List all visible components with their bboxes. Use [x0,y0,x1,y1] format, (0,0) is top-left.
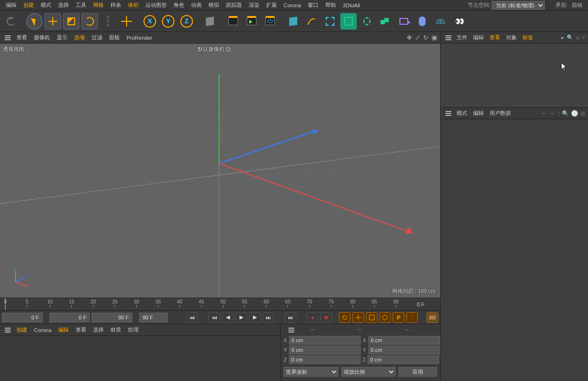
subdivision-button[interactable] [340,13,357,30]
grid-button[interactable] [432,13,449,30]
viewport-menu-item[interactable]: 显示 [54,32,70,43]
timeline-ruler[interactable]: 051015202530354045505560657075808590 [0,298,401,310]
menu-item[interactable]: 渲染 [246,0,262,10]
psr-button[interactable]: PSR [100,13,116,30]
layout-value[interactable]: 启动 [569,0,585,10]
target-icon[interactable]: ◎ [580,110,585,117]
scale-mode-select[interactable]: 缩放比例 [341,367,396,377]
viewport-menu-item[interactable]: 面板 [106,32,123,43]
viewport-menu-item[interactable]: 选项 [71,32,88,43]
materials-tab[interactable]: 创建 [14,325,30,335]
play-button[interactable]: ▶ [236,312,247,323]
axis-x-toggle[interactable]: X [142,13,158,30]
materials-tab[interactable]: 材质 [108,325,124,335]
viewport-orbit-icon[interactable]: ↻ [423,34,429,41]
materials-hamburger-icon[interactable] [3,326,13,334]
materials-body[interactable] [0,336,280,381]
size-z-input[interactable] [367,355,439,364]
object-menu-item[interactable]: 编辑 [471,32,486,43]
crosshair-tool[interactable] [118,13,135,30]
capsule-button[interactable] [414,13,430,30]
keyframe-move-button[interactable] [352,312,364,323]
render-options-button[interactable] [262,13,278,30]
prev-key-button[interactable]: ⏮ [208,312,220,323]
instance-button[interactable] [377,13,394,30]
frame-end-field[interactable]: 90 F [139,313,168,322]
menu-item[interactable]: 模式 [38,0,54,10]
menu-item[interactable]: 运动图形 [143,0,170,10]
array-button[interactable] [359,13,375,30]
attr-menu-item[interactable]: 编辑 [471,108,486,118]
lock-icon[interactable]: ⚪ [571,110,578,117]
autokey-button[interactable]: ◉ [320,312,332,323]
keyframe-dots-button[interactable]: ⋮⋮⋮ [406,312,418,323]
scale-tool[interactable] [63,13,79,30]
viewport-menu-item[interactable]: 查看 [14,32,30,43]
attribute-panel[interactable] [441,119,588,381]
viewport-layout-icon[interactable]: ▣ [431,34,437,41]
pos-x-input[interactable] [289,336,361,345]
next-frame-button[interactable]: ▶ [249,312,261,323]
object-menu-item[interactable]: 查看 [487,32,503,43]
frame-start-field[interactable]: 0 F [2,313,43,322]
wireframe-button[interactable] [322,13,338,30]
object-tree[interactable] [441,44,588,108]
viewport-menu-item[interactable]: ProRender [124,33,155,42]
chevron-right-icon[interactable]: ▸ [561,34,564,41]
menu-item[interactable]: 工具 [73,0,89,10]
viewport-nav-icon[interactable]: ✥ [407,34,412,41]
menu-item[interactable]: 体积 [125,0,142,10]
pos-y-input[interactable] [289,346,361,354]
materials-tab[interactable]: 纹理 [125,325,142,335]
coord-mode-select[interactable]: 世界坐标 [284,367,338,377]
size-x-input[interactable] [368,336,440,345]
add-spline-button[interactable] [303,13,320,30]
snap-button[interactable]: 👀 [451,13,467,30]
menu-item[interactable]: 样条 [108,0,124,10]
object-hamburger-icon[interactable] [444,34,453,42]
goto-end-button[interactable]: ⏭ [285,312,296,323]
viewport-menu-item[interactable]: 摄像机 [31,32,53,43]
axis-z-toggle[interactable]: Z [178,13,195,30]
menu-item[interactable]: 动画 [188,0,205,10]
attr-menu-item[interactable]: 模式 [454,108,470,118]
record-button[interactable]: ● [307,312,318,323]
viewport[interactable]: 透视视图 默认摄像机 网格间距 : 100 cm Y X Z [0,44,440,298]
materials-tab[interactable]: Corona [31,326,54,334]
coord-hamburger-icon[interactable] [286,326,296,334]
move-tool[interactable] [45,13,61,30]
menu-item[interactable]: 选择 [55,0,72,10]
menu-item[interactable]: 角色 [171,0,187,10]
timeline[interactable]: 051015202530354045505560657075808590 0 F [0,298,440,310]
menu-item[interactable]: 模拟 [206,0,222,10]
search-icon[interactable]: 🔍 [567,34,573,41]
home-icon[interactable]: ⌂ [576,34,579,41]
keyframe-options-button[interactable] [339,312,350,323]
timeline-mode-button[interactable] [427,312,438,323]
menu-item[interactable]: 窗口 [305,0,321,10]
pos-z-input[interactable] [289,355,361,364]
nav-back-icon[interactable]: ← [541,110,547,117]
viewport-hamburger-icon[interactable] [3,34,13,42]
attr-menu-item[interactable]: 用户数据 [487,108,513,118]
apply-button[interactable]: 应用 [398,367,437,377]
menu-item[interactable]: 扩展 [263,0,280,10]
search-icon[interactable]: 🔍 [562,110,569,117]
menu-item[interactable]: 编辑 [3,0,19,10]
select-tool[interactable] [26,13,43,30]
object-menu-item[interactable]: 对象 [504,32,519,43]
render-view-button[interactable] [243,13,260,30]
render-settings-button[interactable] [225,13,241,30]
object-menu-item[interactable]: 文件 [454,32,470,43]
size-y-input[interactable] [368,346,440,354]
keyframe-param-button[interactable]: P [393,312,404,323]
keyframe-scale-button[interactable] [366,312,378,323]
next-key-button[interactable]: ⏭ [263,312,274,323]
object-menu-item[interactable]: 标签 [520,32,536,43]
menu-item[interactable]: 创建 [20,0,37,10]
materials-tab[interactable]: 选择 [90,325,107,335]
undo-button[interactable] [3,13,19,30]
menu-item[interactable]: 3DtoAll [340,1,363,9]
menu-item[interactable]: 网格 [90,0,107,10]
attribute-hamburger-icon[interactable] [444,110,453,117]
